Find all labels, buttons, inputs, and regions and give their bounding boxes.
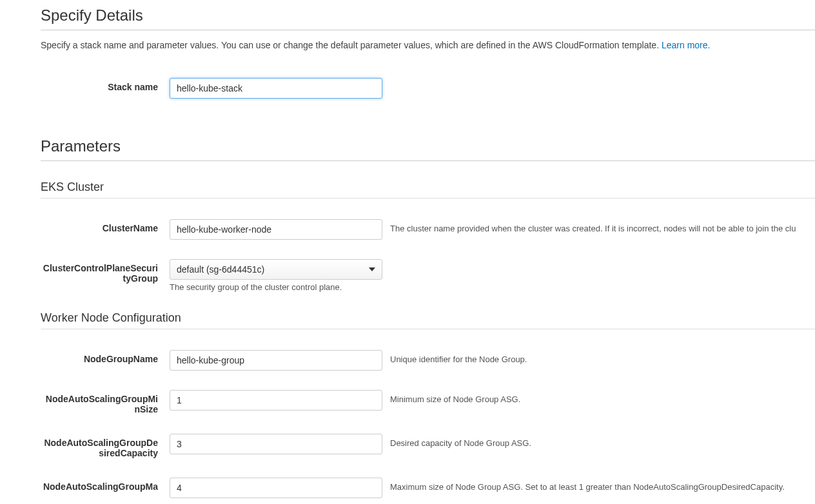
cluster-name-row: ClusterName The cluster name provided wh… — [41, 219, 815, 240]
desired-capacity-row: NodeAutoScalingGroupDesiredCapacity Desi… — [41, 434, 815, 458]
desired-capacity-input[interactable] — [170, 434, 382, 454]
divider — [41, 160, 815, 161]
divider — [41, 329, 815, 329]
min-size-row: NodeAutoScalingGroupMinSize Minimum size… — [41, 390, 815, 414]
node-group-name-input[interactable] — [170, 350, 382, 371]
security-group-select[interactable]: default (sg-6d44451c) — [170, 259, 382, 280]
node-group-name-row: NodeGroupName Unique identifier for the … — [41, 350, 815, 371]
security-group-value: default (sg-6d44451c) — [177, 264, 264, 275]
stack-name-input[interactable] — [170, 78, 382, 99]
min-size-input[interactable] — [170, 390, 382, 411]
security-group-row: ClusterControlPlaneSecurityGroup default… — [41, 259, 815, 292]
security-group-subhint: The security group of the cluster contro… — [170, 282, 382, 292]
max-size-hint: Maximum size of Node Group ASG. Set to a… — [382, 478, 785, 493]
section-description: Specify a stack name and parameter value… — [41, 39, 815, 52]
desired-capacity-hint: Desired capacity of Node Group ASG. — [382, 434, 531, 449]
security-group-label: ClusterControlPlaneSecurityGroup — [41, 259, 170, 284]
max-size-input[interactable] — [170, 478, 382, 498]
node-group-name-label: NodeGroupName — [41, 350, 170, 364]
divider — [41, 30, 815, 30]
stack-name-label: Stack name — [41, 78, 170, 92]
min-size-label: NodeAutoScalingGroupMinSize — [41, 390, 170, 414]
subsection-eks-cluster: EKS Cluster — [41, 180, 815, 194]
description-text: Specify a stack name and parameter value… — [41, 40, 662, 50]
subsection-worker-node: Worker Node Configuration — [41, 311, 815, 325]
page-title-parameters: Parameters — [41, 137, 815, 155]
cluster-name-label: ClusterName — [41, 219, 170, 233]
max-size-label: NodeAutoScalingGroupMa — [41, 478, 170, 492]
max-size-row: NodeAutoScalingGroupMa Maximum size of N… — [41, 478, 815, 498]
cluster-name-hint: The cluster name provided when the clust… — [382, 219, 796, 235]
stack-name-row: Stack name — [41, 78, 815, 99]
cluster-name-input[interactable] — [170, 219, 382, 240]
desired-capacity-label: NodeAutoScalingGroupDesiredCapacity — [41, 434, 170, 458]
page-title-specify-details: Specify Details — [41, 6, 815, 24]
chevron-down-icon — [369, 267, 375, 271]
node-group-name-hint: Unique identifier for the Node Group. — [382, 350, 527, 365]
min-size-hint: Minimum size of Node Group ASG. — [382, 390, 520, 405]
divider — [41, 198, 815, 199]
learn-more-link[interactable]: Learn more. — [662, 40, 710, 50]
